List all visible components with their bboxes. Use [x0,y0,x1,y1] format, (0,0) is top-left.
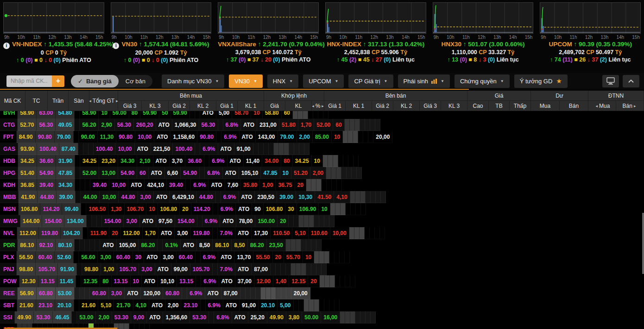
text-fragment[interactable]: ◂ [88,99,93,103]
table-row[interactable]: FPT84.9090.8079.0090.0011,3090.8010,00AT… [0,131,644,143]
table-cell [75,111,80,119]
column-header-26: Bán▸ [616,101,644,111]
table-row[interactable]: SSI49.9053.3046.4553.002,0053.309,00ATO1… [0,311,644,323]
table-row[interactable]: BVH58.9063.0054.8058.901059.008059.90505… [0,111,644,119]
ticker-cell[interactable]: PDR [0,239,18,251]
ticker-cell[interactable]: SSI [0,311,15,323]
table-row[interactable]: MSN106.80114.2099.40106.501,30106.701010… [0,203,644,215]
table-cell: 91.90 [58,263,77,275]
table-cell: 25,20 [248,311,267,323]
table-row[interactable]: PLX56.5060.4052.6056.603,0060.4030ATO3,0… [0,251,644,263]
table-cell [314,251,319,263]
text-fragment: 12h [263,35,271,40]
table-cell: 51.40 [18,167,37,179]
text-fragment[interactable]: ▸ [632,104,638,108]
text-fragment: Mã CK [4,98,21,104]
table-row[interactable]: GAS93.90100.4087.40100.4010,00ATO221,501… [0,143,644,155]
tab--t-ng-gd[interactable]: Ý tưởng GD★ [514,74,568,88]
table-row[interactable]: CTG52.7056.3049.0556.202,9056.30260,20AT… [0,119,644,131]
table-row[interactable]: MBB41.9044.8039.0044.0010,0044.803,00ATO… [0,191,644,203]
ticker-cell[interactable]: SBT [0,299,17,311]
add-ticker-button[interactable]: + [52,75,64,87]
scrollbar-thumb[interactable] [642,213,644,274]
table-cell [216,131,221,143]
tab-ph-i-sinh[interactable]: Phái sinh▼ [398,74,450,88]
tab-danh-m-c-vn30[interactable]: Danh mục VN30▼ [162,74,224,88]
table-row[interactable]: POW12.3013.1511.4512.358013.1510ATO10,10… [0,275,644,287]
info-icon[interactable]: i [113,43,119,49]
ticker-cell[interactable]: HPG [0,167,18,179]
chart-hour-labels: 9h10h11h12h13h14h15h [325,34,426,40]
table-row[interactable]: PNJ98.80105.7091.9098.801,00105.703,00AT… [0,263,644,275]
table-row[interactable]: HPG51.4054.9047.8552.0013,0054.9060ATO6,… [0,167,644,179]
table-cell: 60 [282,111,293,119]
text-fragment: 14h [402,35,410,40]
table-cell [347,167,352,179]
monitor-icon[interactable] [602,75,619,87]
index-breadth-line: ↑ 0 (0) ■ 0 ↓ 0 (0) Phiên ATO [111,56,212,64]
text-fragment: 140.072 [271,49,295,56]
ticker-cell[interactable]: MSN [0,203,19,215]
toggle-bang-gia[interactable]: ✓ Bảng giá [71,75,119,87]
table-cell: 2,00 [96,311,112,323]
search-input[interactable] [6,75,52,87]
table-cell: 87.40 [59,143,78,155]
table-cell [328,155,333,167]
table-cell [134,323,139,329]
toggle-co-ban[interactable]: Cơ bản [119,75,152,87]
table-row[interactable]: MWG144.00154.00134.00154.003,00ATO97,501… [0,215,644,227]
ticker-cell[interactable]: PLX [0,251,17,263]
table-cell [253,143,259,155]
table-cell: 105.70 [117,263,139,275]
text-fragment: KL 2 [197,103,208,109]
tab-hnx[interactable]: HNX▼ [267,74,298,88]
ticker-cell[interactable]: GAS [0,143,18,155]
ticker-cell[interactable]: BVH [0,111,18,119]
table-cell: 10 [319,203,330,215]
ticker-cell[interactable]: NVL [0,227,17,239]
table-cell: 34.30 [56,179,75,191]
text-fragment: Phiên ATO [168,57,199,63]
table-cell: ATO [223,167,239,179]
ticker-cell[interactable]: HDB [0,155,18,167]
tab-ch-ng-quy-n[interactable]: Chứng quyền▼ [455,74,510,88]
table-cell [251,287,256,299]
ticker-cell[interactable]: MBB [0,191,19,203]
info-icon[interactable]: i [3,43,10,49]
ticker-cell[interactable]: PNJ [0,263,17,275]
table-cell [80,179,85,191]
table-cell [350,119,355,131]
tab-upcom[interactable]: UPCOM▼ [303,74,344,88]
text-fragment[interactable]: ◂ [594,104,600,108]
table-row[interactable]: PDR86.1092.1080.10ATO105,0086.200.1%ATO8… [0,239,644,251]
table-row[interactable]: SBT21.6023.1020.1021.605,1021.704,10ATO2… [0,299,644,311]
text-fragment: Bên mua [180,93,202,99]
ticker-cell[interactable]: MWG [0,215,20,227]
table-cell [375,227,380,239]
table-row[interactable]: HDB34.2536.6031.9034.2523,2034.302,10ATO… [0,155,644,167]
tab-cp-gi-tr-[interactable]: CP Giá trị▼ [348,74,393,88]
tab-vn30[interactable]: VN30▼ [229,74,262,88]
table-cell: 36.60 [37,155,56,167]
text-fragment: 9h [112,35,117,40]
text-fragment: (0.79 0.04%) [287,41,325,48]
table-cell [74,251,79,263]
ticker-cell[interactable]: CTG [0,119,18,131]
ticker-cell[interactable]: FPT [0,131,17,143]
text-fragment: 501.07 [468,41,487,48]
group-header-3: Giá [467,91,531,101]
ticker-cell[interactable]: KDH [0,179,18,191]
text-fragment[interactable]: ◂ [310,104,316,108]
table-row[interactable]: NVL112.00119.80104.20111.9020112.001,70A… [0,227,644,239]
table-row[interactable]: KDH36.8539.4034.3039.4010,00ATO424,1039.… [0,179,644,191]
table-cell: ATO [100,239,116,251]
collapse-chevron-up-icon[interactable] [623,75,639,87]
text-fragment: % [316,103,321,109]
text-fragment: ↓ 37 [586,56,600,63]
table-cell: 20.10 [259,299,278,311]
ticker-cell[interactable]: POW [0,275,19,287]
ticker-cell[interactable]: REE [0,287,18,299]
table-cell: 53.30 [112,311,131,323]
table-cell: 9,00 [131,311,147,323]
table-row[interactable]: REE56.9060.8053.0060.803,00ATO120,0060.8… [0,287,644,299]
